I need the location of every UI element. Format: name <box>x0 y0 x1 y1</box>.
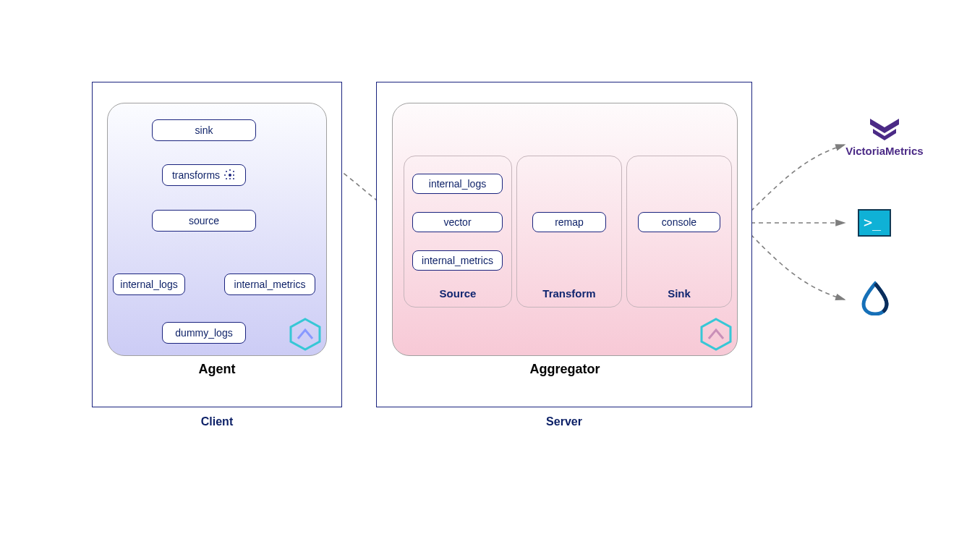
aggregator-node-internal-logs: internal_logs <box>412 174 503 194</box>
arrow-server-drop <box>751 234 845 300</box>
aggregator-sink-label: Sink <box>627 287 731 300</box>
victoriametrics-label: VictoriaMetrics <box>838 145 932 157</box>
agent-node-dummy-logs: dummy_logs <box>162 322 246 344</box>
aggregator-node-vector: vector <box>412 212 503 232</box>
aggregator-label: Aggregator <box>392 362 738 377</box>
client-label: Client <box>92 415 342 428</box>
victoriametrics-destination: VictoriaMetrics <box>838 116 932 157</box>
aggregator-transform-label: Transform <box>517 287 621 300</box>
server-label: Server <box>376 415 752 428</box>
hex-logo-agent-icon <box>288 317 323 352</box>
aggregator-node-internal-metrics: internal_metrics <box>412 250 503 271</box>
aggregator-node-remap: remap <box>532 212 606 232</box>
agent-node-source: source <box>152 210 256 232</box>
aggregator-source-label: Source <box>404 287 511 300</box>
agent-label: Agent <box>107 362 327 377</box>
agent-node-sink: sink <box>152 119 256 141</box>
agent-node-internal-logs: internal_logs <box>113 274 185 295</box>
svg-marker-1 <box>702 319 730 349</box>
agent-node-transforms: transforms <box>162 164 246 186</box>
aggregator-node-console: console <box>638 212 720 232</box>
sun-icon <box>224 169 236 181</box>
svg-marker-0 <box>291 319 320 349</box>
terminal-destination-icon: >_ <box>858 209 891 237</box>
agent-node-internal-metrics: internal_metrics <box>224 274 315 295</box>
arrow-server-victoriametrics <box>751 145 845 211</box>
victoriametrics-icon <box>869 116 900 143</box>
hex-logo-aggregator-icon <box>699 317 733 352</box>
drop-destination-icon <box>858 281 892 315</box>
agent-node-transforms-label: transforms <box>172 169 220 181</box>
